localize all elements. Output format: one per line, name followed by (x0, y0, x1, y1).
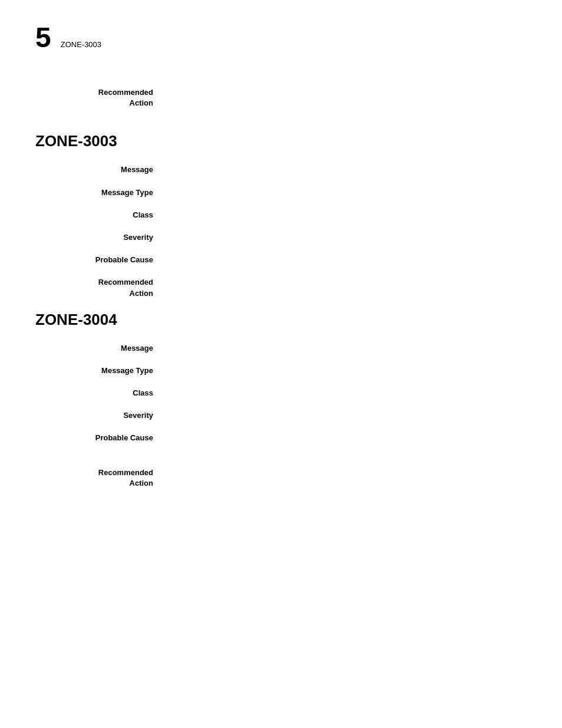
zone-3004-title: ZONE-3004 (35, 311, 527, 329)
zone3004-message-row: Message (35, 343, 527, 354)
zone3003-severity-row: Severity (35, 232, 527, 243)
zone3003-message-label: Message (35, 164, 153, 175)
zone3003-class-label: Class (35, 210, 153, 220)
zone3004-probable-cause-label: Probable Cause (35, 433, 153, 443)
zone3003-message-type-row: Message Type (35, 187, 527, 198)
zone3003-probable-cause-label: Probable Cause (35, 255, 153, 265)
zone3004-message-label: Message (35, 343, 153, 354)
zone3004-recommended-action-label: RecommendedAction (35, 467, 153, 489)
zone-3003-title: ZONE-3003 (35, 132, 527, 150)
page-header: 5 ZONE-3003 (35, 24, 527, 52)
zone-3004-section: ZONE-3004 Message Message Type Class Sev… (35, 311, 527, 489)
zone3003-severity-label: Severity (35, 232, 153, 243)
header-code: ZONE-3003 (61, 40, 101, 49)
zone3004-probable-cause-row: Probable Cause (35, 433, 527, 443)
zone-3003-section: ZONE-3003 Message Message Type Class Sev… (35, 132, 527, 298)
zone3003-probable-cause-row: Probable Cause (35, 255, 527, 265)
zone3003-message-type-label: Message Type (35, 187, 153, 198)
zone3003-message-row: Message (35, 164, 527, 175)
zone3004-class-row: Class (35, 388, 527, 398)
zone3003-class-row: Class (35, 210, 527, 220)
zone3004-severity-row: Severity (35, 410, 527, 421)
top-recommended-action-row: RecommendedAction (35, 87, 527, 108)
zone3004-severity-label: Severity (35, 410, 153, 421)
zone3004-message-type-row: Message Type (35, 365, 527, 376)
zone3003-recommended-action-label: RecommendedAction (35, 277, 153, 298)
zone3003-recommended-action-row: RecommendedAction (35, 277, 527, 298)
top-recommended-action-label: RecommendedAction (35, 87, 153, 108)
page-number: 5 (35, 24, 51, 52)
zone3004-class-label: Class (35, 388, 153, 398)
zone3004-recommended-action-row: RecommendedAction (35, 467, 527, 489)
zone3004-message-type-label: Message Type (35, 365, 153, 376)
